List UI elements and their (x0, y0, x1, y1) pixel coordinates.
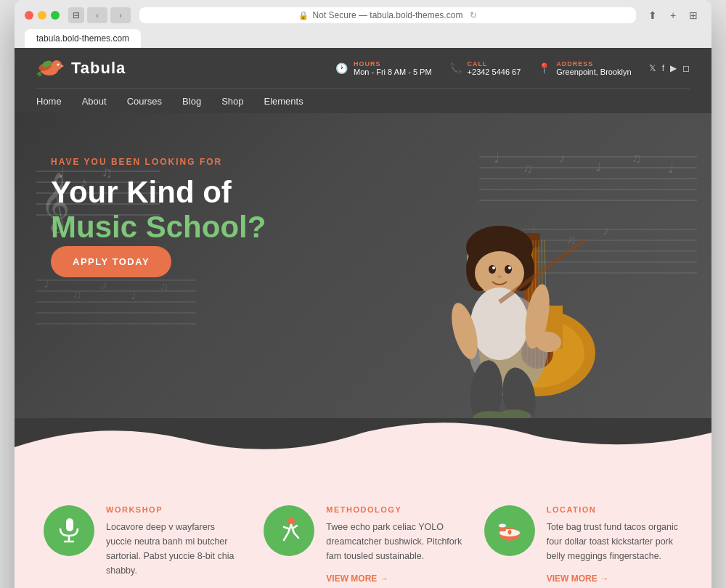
social-icons: 𝕏 f ▶ ◻ (649, 63, 690, 73)
main-navigation: Home About Courses Blog Shop Elements (36, 89, 690, 113)
address-info: 📍 ADDRESS Greenpoint, Brooklyn (538, 60, 631, 76)
location-category: LOCATION (547, 505, 682, 514)
feature-workshop: WORKSHOP Locavore deep v wayfarers yucci… (44, 505, 242, 588)
refresh-icon: ↻ (470, 10, 477, 20)
logo-bird-icon (36, 55, 65, 81)
twitter-icon[interactable]: 𝕏 (649, 63, 656, 73)
site-header: Tabula 🕐 HOURS Mon - Fri 8 AM - 5 PM 📞 (15, 48, 711, 113)
active-tab[interactable]: tabula.bold-themes.com (25, 29, 141, 48)
back-button[interactable]: ‹ (87, 7, 107, 23)
feature-location: LOCATION Tote bag trust fund tacos organ… (484, 505, 682, 588)
svg-point-67 (489, 265, 496, 274)
security-icon: 🔒 (298, 11, 309, 20)
nav-courses[interactable]: Courses (127, 96, 162, 107)
svg-point-88 (499, 524, 506, 528)
hero-image (392, 128, 668, 418)
traffic-lights (25, 11, 60, 20)
features-section: WORKSHOP Locavore deep v wayfarers yucci… (15, 476, 711, 588)
svg-point-84 (287, 518, 295, 525)
website-content: Tabula 🕐 HOURS Mon - Fri 8 AM - 5 PM 📞 (15, 48, 711, 588)
top-info: 🕐 HOURS Mon - Fri 8 AM - 5 PM 📞 CALL +23… (335, 60, 690, 76)
svg-point-70 (508, 266, 511, 269)
svg-point-72 (470, 287, 529, 360)
phone-icon: 📞 (449, 62, 462, 74)
maximize-button[interactable] (51, 11, 60, 20)
nav-about[interactable]: About (82, 96, 107, 107)
svg-point-4 (57, 64, 60, 66)
call-content: CALL +2342 5446 67 (468, 60, 521, 76)
new-tab-button[interactable]: + (665, 7, 681, 23)
arrow-icon: → (380, 573, 388, 584)
workshop-category: WORKSHOP (106, 505, 242, 514)
methodology-text: METHODOLOGY Twee echo park celiac YOLO d… (326, 505, 462, 584)
tab-overview-button[interactable]: ⊞ (685, 7, 701, 23)
sidebar-toggle[interactable]: ⊟ (68, 7, 84, 23)
hero-title-line2: Music School? (51, 209, 266, 245)
location-icon: 📍 (538, 62, 550, 74)
svg-marker-3 (61, 65, 64, 68)
share-button[interactable]: ⬆ (645, 7, 661, 23)
methodology-description: Twee echo park celiac YOLO dreamcatcher … (326, 520, 462, 563)
workshop-description: Locavore deep v wayfarers yuccie neutra … (106, 520, 242, 578)
workshop-text: WORKSHOP Locavore deep v wayfarers yucci… (106, 505, 242, 588)
location-icon-circle (484, 505, 535, 556)
logo-text: Tabula (71, 59, 126, 78)
clock-icon: 🕐 (335, 62, 348, 74)
browser-tabs: tabula.bold-themes.com (25, 29, 701, 48)
forward-button[interactable]: › (110, 7, 131, 23)
location-view-more[interactable]: VIEW MORE → (547, 573, 682, 584)
hours-info: 🕐 HOURS Mon - Fri 8 AM - 5 PM (335, 60, 432, 76)
instagram-icon[interactable]: ◻ (682, 63, 690, 73)
feature-methodology: METHODOLOGY Twee echo park celiac YOLO d… (264, 505, 462, 588)
nav-shop[interactable]: Shop (221, 96, 243, 107)
methodology-category: METHODOLOGY (326, 505, 462, 514)
svg-point-71 (497, 275, 502, 278)
svg-point-68 (505, 265, 512, 274)
hero-title-line1: Your Kind of (51, 176, 266, 209)
address-bar[interactable]: 🔒 Not Secure — tabula.bold-themes.com ↻ (139, 7, 636, 23)
nav-links: Home About Courses Blog Shop Elements (36, 94, 303, 107)
browser-chrome: ⊟ ‹ › 🔒 Not Secure — tabula.bold-themes.… (15, 0, 711, 48)
facebook-icon[interactable]: f (662, 63, 664, 73)
hero-section: ♩ ♪ ♫ ♩ 𝄞 ♩ ♫ ♪ ♩ ♫ ♩ (15, 113, 711, 418)
browser-top-bar: ⊟ ‹ › 🔒 Not Secure — tabula.bold-themes.… (25, 7, 701, 23)
hero-subtitle: HAVE YOU BEEN LOOKING FOR (51, 157, 266, 167)
nav-blog[interactable]: Blog (182, 96, 201, 107)
wave-separator (15, 418, 711, 476)
arrow-icon: → (600, 573, 609, 584)
url-text: Not Secure — tabula.bold-themes.com (313, 10, 463, 20)
call-info: 📞 CALL +2342 5446 67 (449, 60, 521, 76)
features-grid: WORKSHOP Locavore deep v wayfarers yucci… (44, 505, 682, 588)
apply-today-button[interactable]: APPLY TODAY (51, 246, 171, 277)
location-text: LOCATION Tote bag trust fund tacos organ… (547, 505, 682, 584)
youtube-icon[interactable]: ▶ (670, 63, 677, 73)
svg-rect-81 (66, 518, 73, 531)
svg-point-69 (492, 266, 495, 269)
address-content: ADDRESS Greenpoint, Brooklyn (556, 60, 631, 76)
workshop-icon-circle (44, 505, 94, 556)
close-button[interactable] (25, 11, 33, 20)
browser-window: ⊟ ‹ › 🔒 Not Secure — tabula.bold-themes.… (15, 0, 711, 588)
browser-controls: ⊟ ‹ › (68, 7, 131, 23)
hours-content: HOURS Mon - Fri 8 AM - 5 PM (354, 60, 432, 76)
logo-area: Tabula (36, 55, 126, 81)
location-description: Tote bag trust fund tacos organic four d… (547, 520, 682, 563)
methodology-view-more[interactable]: VIEW MORE → (326, 573, 462, 584)
browser-actions: ⬆ + ⊞ (645, 7, 701, 23)
nav-home[interactable]: Home (36, 96, 62, 107)
methodology-icon-circle (264, 505, 314, 556)
top-bar: Tabula 🕐 HOURS Mon - Fri 8 AM - 5 PM 📞 (36, 48, 690, 89)
svg-point-1 (52, 60, 62, 70)
hero-content: HAVE YOU BEEN LOOKING FOR Your Kind of M… (51, 157, 266, 277)
minimize-button[interactable] (38, 11, 46, 20)
nav-elements[interactable]: Elements (264, 96, 303, 107)
